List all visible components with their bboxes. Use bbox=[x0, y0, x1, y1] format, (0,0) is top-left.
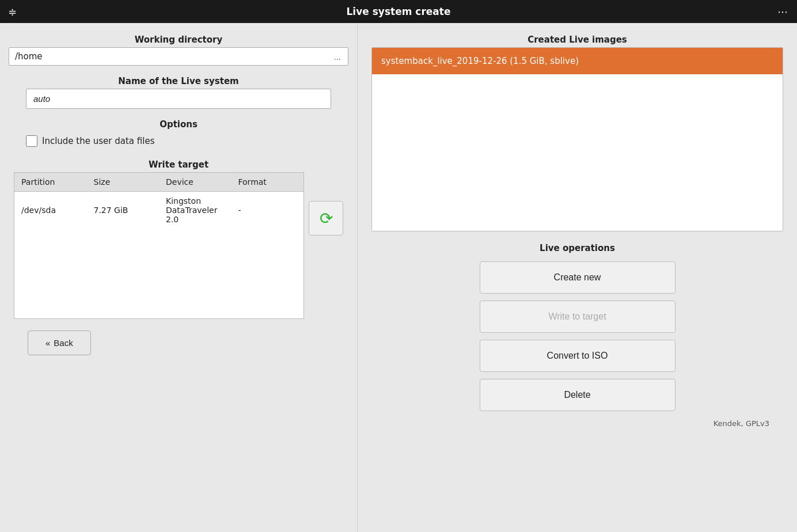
images-list: systemback_live_2019-12-26 (1.5 GiB, sbl… bbox=[371, 47, 783, 231]
footer: Kendek, GPLv3 bbox=[371, 417, 783, 432]
back-button[interactable]: « Back bbox=[28, 330, 91, 355]
back-button-label: Back bbox=[54, 338, 73, 348]
create-new-button[interactable]: Create new bbox=[480, 261, 675, 294]
col-format: Format bbox=[231, 173, 304, 192]
include-user-data-label: Include the user data files bbox=[42, 136, 154, 146]
table-header-row: Partition Size Device Format bbox=[14, 173, 303, 192]
live-operations-buttons: Create newWrite to targetConvert to ISOD… bbox=[480, 261, 675, 411]
created-images-label: Created Live images bbox=[371, 35, 783, 45]
menu-icon[interactable]: ≑ bbox=[8, 6, 17, 18]
back-chevron-icon: « bbox=[45, 338, 50, 348]
write-target-section: Write target Partition Size Device Forma… bbox=[14, 159, 343, 319]
working-directory-label: Working directory bbox=[135, 35, 222, 45]
cell-format: - bbox=[231, 192, 304, 229]
titlebar: ≑ Live system create ⋯ bbox=[0, 0, 797, 23]
created-images-section: Created Live images systemback_live_2019… bbox=[371, 35, 783, 231]
bottom-bar: « Back bbox=[14, 325, 343, 367]
col-partition: Partition bbox=[14, 173, 87, 192]
live-system-name-section: Name of the Live system bbox=[14, 76, 343, 109]
cell-size: 7.27 GiB bbox=[87, 192, 160, 229]
refresh-icon: ⟳ bbox=[320, 209, 333, 228]
include-user-data-row: Include the user data files bbox=[26, 135, 331, 147]
write-target-table: Partition Size Device Format /dev/sda 7.… bbox=[14, 173, 303, 318]
working-directory-path: /home bbox=[15, 51, 332, 62]
options-section: Options Include the user data files bbox=[14, 119, 343, 147]
live-operations-label: Live operations bbox=[540, 243, 615, 253]
working-directory-row: /home ... bbox=[9, 47, 348, 66]
col-device: Device bbox=[159, 173, 231, 192]
options-label: Options bbox=[160, 119, 198, 130]
right-panel: Created Live images systemback_live_2019… bbox=[358, 23, 797, 532]
window-title: Live system create bbox=[347, 6, 451, 17]
delete-button[interactable]: Delete bbox=[480, 379, 675, 411]
cell-partition: /dev/sda bbox=[14, 192, 87, 229]
refresh-button-container: ⟳ bbox=[304, 172, 343, 235]
convert-to-iso-button[interactable]: Convert to ISO bbox=[480, 340, 675, 372]
grid-icon[interactable]: ⋯ bbox=[777, 6, 789, 18]
col-size: Size bbox=[87, 173, 160, 192]
table-row[interactable]: /dev/sda 7.27 GiB Kingston DataTraveler … bbox=[14, 192, 303, 229]
write-target-table-wrapper: Partition Size Device Format /dev/sda 7.… bbox=[14, 172, 304, 319]
cell-device: Kingston DataTraveler 2.0 bbox=[159, 192, 231, 229]
write-to-target-button[interactable]: Write to target bbox=[480, 301, 675, 333]
browse-button[interactable]: ... bbox=[332, 52, 342, 62]
live-operations-section: Live operations Create newWrite to targe… bbox=[371, 243, 783, 411]
refresh-button[interactable]: ⟳ bbox=[309, 201, 343, 235]
include-user-data-checkbox[interactable] bbox=[26, 135, 37, 147]
live-system-name-input[interactable] bbox=[26, 89, 331, 109]
live-system-name-label: Name of the Live system bbox=[118, 76, 238, 86]
working-directory-section: Working directory /home ... bbox=[14, 35, 343, 66]
write-target-label: Write target bbox=[14, 159, 343, 170]
write-target-table-area: Partition Size Device Format /dev/sda 7.… bbox=[14, 172, 343, 319]
list-item[interactable]: systemback_live_2019-12-26 (1.5 GiB, sbl… bbox=[372, 48, 783, 74]
left-panel: Working directory /home ... Name of the … bbox=[0, 23, 357, 532]
